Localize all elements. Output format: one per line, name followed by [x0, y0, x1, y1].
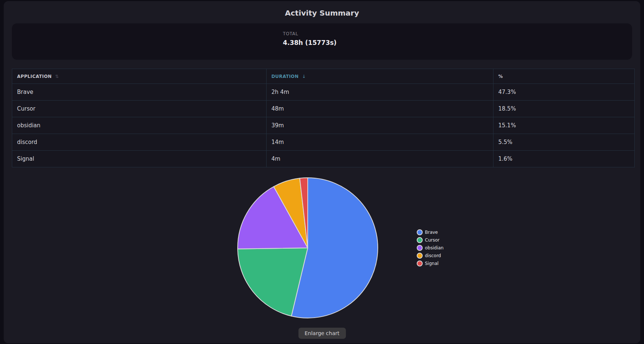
legend-label: Signal — [425, 261, 439, 266]
cell-duration: 39m — [267, 117, 493, 134]
column-header-percent[interactable]: % — [493, 69, 635, 84]
column-header-duration[interactable]: DURATION↓ — [267, 69, 493, 84]
total-label: TOTAL — [283, 31, 337, 36]
sort-descending-icon: ↓ — [302, 74, 306, 79]
cell-percent: 1.6% — [493, 151, 635, 167]
legend-item-obsidian[interactable]: obsidian — [417, 245, 443, 251]
legend-item-discord[interactable]: discord — [417, 253, 443, 259]
table-row: Signal4m1.6% — [12, 151, 635, 167]
cell-percent: 15.1% — [493, 117, 635, 134]
sort-both-icon: ⇅ — [55, 74, 59, 79]
cell-duration: 4m — [267, 151, 493, 167]
column-header-application[interactable]: APPLICATION⇅ — [12, 69, 267, 84]
total-summary-text: TOTAL 4.38h (15773s) — [283, 31, 337, 46]
legend-item-cursor[interactable]: Cursor — [417, 237, 443, 243]
cell-application: Signal — [12, 151, 267, 167]
column-header-application-label: APPLICATION — [17, 74, 52, 79]
cell-application: Cursor — [12, 101, 267, 117]
enlarge-chart-button[interactable]: Enlarge chart — [298, 328, 346, 339]
legend-label: Cursor — [425, 237, 439, 243]
total-value: 4.38h (15773s) — [283, 39, 337, 46]
legend-label: obsidian — [425, 245, 443, 250]
cell-application: Brave — [12, 84, 267, 101]
table-row: Cursor48m18.5% — [12, 101, 635, 117]
column-header-duration-label: DURATION — [271, 74, 298, 79]
legend-swatch-icon — [417, 237, 423, 243]
cell-percent: 18.5% — [493, 101, 635, 117]
cell-application: obsidian — [12, 117, 267, 134]
legend-swatch-icon — [417, 245, 423, 251]
total-summary-card: TOTAL 4.38h (15773s) — [12, 23, 632, 60]
cell-duration: 48m — [267, 101, 493, 117]
table-row: Brave2h 4m47.3% — [12, 84, 635, 101]
cell-application: discord — [12, 134, 267, 151]
legend-item-signal[interactable]: Signal — [417, 261, 443, 266]
column-header-percent-label: % — [498, 74, 503, 79]
cell-percent: 5.5% — [493, 134, 635, 151]
legend-item-brave[interactable]: Brave — [417, 229, 443, 235]
legend-swatch-icon — [417, 261, 423, 266]
table-row: obsidian39m15.1% — [12, 117, 635, 134]
table-row: discord14m5.5% — [12, 134, 635, 151]
application-usage-table: APPLICATION⇅ DURATION↓ % Brave2h 4m47.3%… — [12, 69, 635, 167]
cell-duration: 14m — [267, 134, 493, 151]
page-title: Activity Summary — [4, 9, 640, 17]
cell-duration: 2h 4m — [267, 84, 493, 101]
activity-summary-panel: Activity Summary TOTAL 4.38h (15773s) AP… — [4, 1, 640, 343]
table-header-row: APPLICATION⇅ DURATION↓ % — [12, 69, 635, 84]
legend-swatch-icon — [417, 253, 423, 259]
legend-swatch-icon — [417, 229, 423, 235]
legend-label: Brave — [425, 230, 438, 235]
legend-label: discord — [425, 253, 441, 258]
activity-pie-chart — [234, 174, 382, 322]
cell-percent: 47.3% — [493, 84, 635, 101]
chart-legend: BraveCursorobsidiandiscordSignal — [417, 229, 443, 268]
